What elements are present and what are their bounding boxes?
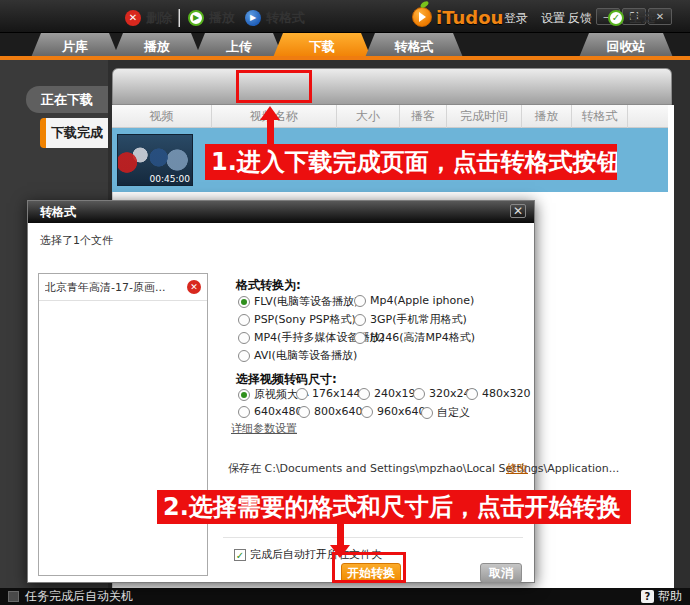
help-icon: ? — [641, 590, 654, 603]
col-extra — [628, 105, 668, 128]
file-name: 北京青年高清-17-原画... — [45, 280, 187, 295]
radio-psp[interactable]: PSP(Sony PSP格式) — [238, 312, 356, 327]
radio-dot — [238, 389, 250, 401]
radio-dot — [413, 388, 425, 400]
radio-dot — [238, 332, 250, 344]
highlight-rect-convert-button — [236, 70, 312, 103]
size-section-label: 选择视频转码尺寸: — [236, 371, 337, 388]
highlight-rect-start-button — [332, 552, 406, 583]
radio-mp4-iphone[interactable]: Mp4(Apple iphone) — [354, 294, 474, 307]
login-link[interactable]: 登录 — [504, 10, 528, 27]
col-podcaster[interactable]: 播客 — [400, 105, 447, 128]
save-path-value: C:\Documents and Settings\mpzhao\Local S… — [265, 462, 620, 475]
radio-h246[interactable]: H246(高清MP4格式) — [354, 330, 475, 345]
cancel-button[interactable]: 取消 — [480, 563, 522, 583]
arrow-up-tail — [267, 118, 274, 146]
radio-dot — [361, 406, 373, 418]
delete-button[interactable]: ✕ 删除 — [125, 7, 172, 29]
col-video[interactable]: 视频 — [112, 105, 212, 128]
radio-dot — [238, 406, 250, 418]
radio-size-176x144[interactable]: 176x144 — [296, 387, 361, 400]
app-window: iTudou 登录 设置 反馈 — ❐ ✕ 片库 播放 上传 下载 转格式 回收… — [0, 0, 690, 605]
play-icon: ▶ — [188, 10, 204, 26]
save-path-line: 保存在 C:\Documents and Settings\mpzhao\Loc… — [228, 461, 619, 476]
radio-size-960x640[interactable]: 960x640 — [361, 405, 426, 418]
checkbox-checked-icon: ✓ — [234, 549, 246, 561]
play-triangle-icon — [419, 12, 426, 22]
radio-flv[interactable]: FLV(电脑等设备播放) — [238, 294, 358, 309]
shutdown-label: 任务完成后自动关机 — [25, 588, 133, 605]
convert-dialog: 转格式 ✕ 选择了1个文件 北京青年高清-17-原画... ✕ 格式转换为: F… — [27, 200, 535, 583]
col-size[interactable]: 大小 — [337, 105, 400, 128]
radio-size-custom[interactable]: 自定义 — [421, 405, 470, 420]
logo-text: iTudou — [436, 7, 503, 28]
radio-dot — [296, 388, 308, 400]
radio-dot — [354, 332, 366, 344]
table-header: 视频 视频名称 大小 播客 完成时间 播放 转格式 — [112, 105, 668, 128]
file-list: 北京青年高清-17-原画... ✕ — [38, 273, 208, 576]
radio-dot — [238, 314, 250, 326]
selected-count-text: 选择了1个文件 — [40, 233, 113, 248]
video-thumbnail[interactable]: 00:45:00 — [117, 134, 193, 186]
toolbar-separator — [178, 9, 179, 27]
radio-dot — [421, 407, 433, 419]
settings-link[interactable]: 设置 — [541, 10, 565, 27]
dialog-titlebar: 转格式 — [28, 201, 534, 223]
format-section-label: 格式转换为: — [236, 277, 301, 294]
radio-size-640x480[interactable]: 640x480 — [238, 405, 303, 418]
help-link[interactable]: 帮助 — [658, 588, 682, 605]
col-convert[interactable]: 转格式 — [572, 105, 628, 128]
modify-path-link[interactable]: 修改 — [506, 461, 528, 476]
remove-file-icon[interactable]: ✕ — [187, 280, 201, 294]
radio-dot — [354, 295, 366, 307]
radio-dot — [358, 388, 370, 400]
delete-label: 删除 — [146, 9, 172, 27]
shutdown-checkbox[interactable] — [8, 591, 19, 602]
dialog-close-button[interactable]: ✕ — [510, 204, 526, 218]
footer-separator — [223, 537, 523, 538]
detail-settings-link[interactable]: 详细参数设置 — [231, 421, 297, 436]
select-all-label: 全选 — [629, 9, 655, 27]
video-duration: 00:45:00 — [150, 174, 190, 184]
sidebar-item-downloading[interactable]: 正在下载 — [26, 86, 108, 113]
status-bar: 任务完成后自动关机 ? 帮助 — [0, 588, 690, 605]
radio-dot — [238, 350, 250, 362]
radio-dot — [238, 296, 250, 308]
radio-size-800x640[interactable]: 800x640 — [298, 405, 363, 418]
sidebar-item-download-complete[interactable]: 下载完成 — [40, 118, 108, 148]
delete-icon: ✕ — [125, 10, 141, 26]
radio-size-480x320[interactable]: 480x320 — [466, 387, 531, 400]
radio-avi[interactable]: AVI(电脑等设备播放) — [238, 348, 357, 363]
itudou-logo: iTudou — [412, 4, 498, 30]
col-finish-time[interactable]: 完成时间 — [447, 105, 522, 128]
radio-dot — [298, 406, 310, 418]
select-all-icon: ✓ — [608, 10, 624, 26]
radio-3gp[interactable]: 3GP(手机常用格式) — [354, 312, 467, 327]
annotation-step2: 2.选择需要的格式和尺寸后，点击开始转换 — [157, 490, 631, 524]
play-label: 播放 — [209, 9, 235, 27]
toolbar — [112, 68, 672, 105]
file-list-item[interactable]: 北京青年高清-17-原画... ✕ — [39, 274, 207, 301]
convert-button[interactable]: ▶ 转格式 — [245, 7, 305, 29]
select-all-button[interactable]: ✓ 全选 — [608, 7, 655, 29]
feedback-link[interactable]: 反馈 — [568, 10, 592, 27]
play-button[interactable]: ▶ 播放 — [188, 7, 235, 29]
arrow-down-tail — [337, 524, 344, 546]
annotation-step1: 1.进入下载完成页面，点击转格式按钮 — [205, 144, 617, 180]
radio-dot — [466, 388, 478, 400]
convert-icon: ▶ — [245, 10, 261, 26]
convert-label: 转格式 — [266, 9, 305, 27]
save-path-label: 保存在 — [228, 462, 261, 475]
titlebar: iTudou 登录 设置 反馈 — ❐ ✕ — [0, 0, 690, 33]
radio-dot — [354, 314, 366, 326]
col-play[interactable]: 播放 — [522, 105, 572, 128]
